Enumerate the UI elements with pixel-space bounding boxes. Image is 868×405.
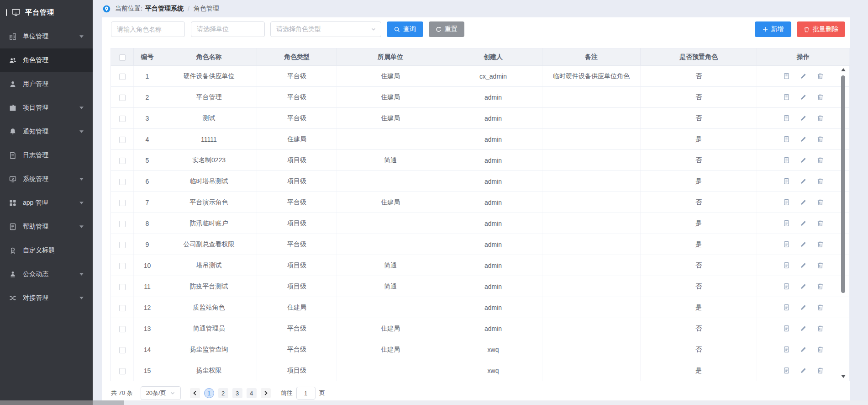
edit-icon[interactable] xyxy=(800,262,807,269)
delete-icon[interactable] xyxy=(817,94,824,101)
delete-icon[interactable] xyxy=(817,283,824,290)
scrollbar-thumb[interactable] xyxy=(841,75,845,293)
sidebar-item-notice-management[interactable]: 通知管理 xyxy=(0,120,93,144)
edit-icon[interactable] xyxy=(800,346,807,353)
row-checkbox[interactable] xyxy=(119,284,126,290)
add-button[interactable]: 新增 xyxy=(755,21,791,37)
row-checkbox[interactable] xyxy=(119,137,126,143)
edit-icon[interactable] xyxy=(800,94,807,101)
prev-page-button[interactable] xyxy=(190,388,200,398)
view-icon[interactable] xyxy=(783,157,790,164)
page-button-1[interactable]: 1 xyxy=(204,388,214,398)
row-checkbox[interactable] xyxy=(119,242,126,248)
view-icon[interactable] xyxy=(783,325,790,332)
view-icon[interactable] xyxy=(783,73,790,80)
table-vertical-scrollbar[interactable] xyxy=(841,68,846,378)
edit-icon[interactable] xyxy=(800,241,807,248)
delete-icon[interactable] xyxy=(817,199,824,206)
unit-select[interactable]: 请选择单位 xyxy=(191,21,265,37)
view-icon[interactable] xyxy=(783,220,790,227)
row-checkbox[interactable] xyxy=(119,221,126,227)
horizontal-scrollbar[interactable] xyxy=(0,400,868,405)
view-icon[interactable] xyxy=(783,262,790,269)
row-checkbox[interactable] xyxy=(119,263,126,269)
view-icon[interactable] xyxy=(783,115,790,122)
row-checkbox[interactable] xyxy=(119,158,126,164)
edit-icon[interactable] xyxy=(800,283,807,290)
delete-icon[interactable] xyxy=(817,115,824,122)
sidebar-item-integration-management[interactable]: 对接管理 xyxy=(0,286,93,310)
delete-icon[interactable] xyxy=(817,178,824,185)
roles-table: 编号 角色名称 角色类型 所属单位 创建人 备注 是否预置角色 操作 1硬件设备… xyxy=(110,48,849,381)
view-icon[interactable] xyxy=(783,136,790,143)
sidebar-item-log-management[interactable]: 日志管理 xyxy=(0,144,93,167)
view-icon[interactable] xyxy=(783,94,790,101)
row-checkbox[interactable] xyxy=(119,305,126,311)
delete-icon[interactable] xyxy=(817,73,824,80)
sidebar-item-custom-title[interactable]: 自定义标题 xyxy=(0,239,93,262)
delete-icon[interactable] xyxy=(817,346,824,353)
edit-icon[interactable] xyxy=(800,115,807,122)
sidebar-item-system-management[interactable]: 系统管理 xyxy=(0,167,93,191)
row-checkbox[interactable] xyxy=(119,347,126,353)
edit-icon[interactable] xyxy=(800,136,807,143)
sidebar-item-help-management[interactable]: 帮助管理 xyxy=(0,215,93,239)
delete-icon[interactable] xyxy=(817,325,824,332)
row-checkbox[interactable] xyxy=(119,74,126,80)
view-icon[interactable] xyxy=(783,241,790,248)
page-button-4[interactable]: 4 xyxy=(247,388,257,398)
delete-icon[interactable] xyxy=(817,367,824,374)
cell-id: 8 xyxy=(134,213,161,234)
page-button-3[interactable]: 3 xyxy=(232,388,242,398)
next-page-button[interactable] xyxy=(261,388,271,398)
role-name-input[interactable] xyxy=(111,21,185,37)
cell-unit: 住建局 xyxy=(337,318,444,339)
edit-icon[interactable] xyxy=(800,199,807,206)
edit-icon[interactable] xyxy=(800,73,807,80)
row-checkbox[interactable] xyxy=(119,179,126,185)
role-type-select[interactable]: 请选择角色类型 xyxy=(270,21,381,37)
view-icon[interactable] xyxy=(783,283,790,290)
table-row: 7平台演示角色平台级住建局admin否 xyxy=(111,192,850,213)
row-checkbox[interactable] xyxy=(119,116,126,122)
delete-icon[interactable] xyxy=(817,136,824,143)
page-button-2[interactable]: 2 xyxy=(218,388,228,398)
sidebar-item-role-management[interactable]: 角色管理 xyxy=(0,48,93,72)
select-all-checkbox[interactable] xyxy=(119,54,126,61)
sidebar-item-project-management[interactable]: 项目管理 xyxy=(0,96,93,120)
sidebar-item-public-activity[interactable]: 公众动态 xyxy=(0,262,93,286)
row-checkbox[interactable] xyxy=(119,368,126,374)
delete-icon[interactable] xyxy=(817,157,824,164)
batch-delete-button[interactable]: 批量删除 xyxy=(797,21,845,37)
delete-icon[interactable] xyxy=(817,220,824,227)
view-icon[interactable] xyxy=(783,304,790,311)
goto-page-input[interactable] xyxy=(296,387,316,400)
edit-icon[interactable] xyxy=(800,304,807,311)
row-checkbox[interactable] xyxy=(119,200,126,206)
edit-icon[interactable] xyxy=(800,325,807,332)
search-button[interactable]: 查询 xyxy=(387,21,423,37)
unit-select-placeholder: 请选择单位 xyxy=(197,25,229,33)
row-checkbox[interactable] xyxy=(119,326,126,332)
edit-icon[interactable] xyxy=(800,178,807,185)
edit-icon[interactable] xyxy=(800,367,807,374)
breadcrumb-root-link[interactable]: 平台管理系统 xyxy=(145,5,184,13)
view-icon[interactable] xyxy=(783,199,790,206)
scroll-down-arrow[interactable] xyxy=(841,375,846,378)
horizontal-scrollbar-thumb[interactable] xyxy=(93,400,124,405)
sidebar-item-user-management[interactable]: 用户管理 xyxy=(0,72,93,96)
page-size-select[interactable]: 20条/页 xyxy=(141,386,181,400)
view-icon[interactable] xyxy=(783,346,790,353)
view-icon[interactable] xyxy=(783,367,790,374)
edit-icon[interactable] xyxy=(800,220,807,227)
sidebar-item-app-management[interactable]: app 管理 xyxy=(0,191,93,215)
delete-icon[interactable] xyxy=(817,241,824,248)
delete-icon[interactable] xyxy=(817,262,824,269)
sidebar-item-unit-management[interactable]: 单位管理 xyxy=(0,25,93,48)
view-icon[interactable] xyxy=(783,178,790,185)
scroll-up-arrow[interactable] xyxy=(841,68,846,71)
delete-icon[interactable] xyxy=(817,304,824,311)
edit-icon[interactable] xyxy=(800,157,807,164)
row-checkbox[interactable] xyxy=(119,95,126,101)
reset-button[interactable]: 重置 xyxy=(429,21,464,37)
